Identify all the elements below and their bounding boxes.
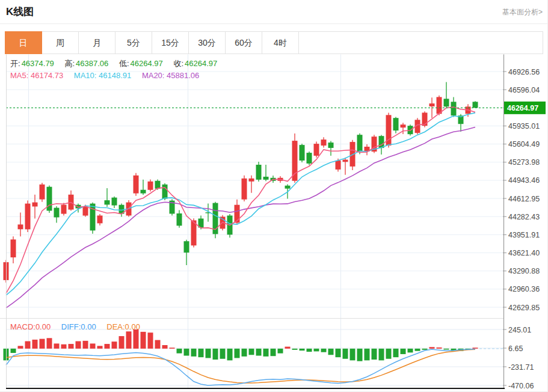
candle[interactable] — [314, 142, 319, 158]
macd-bar[interactable] — [415, 349, 420, 351]
candle[interactable] — [177, 210, 182, 228]
candle[interactable] — [365, 144, 370, 155]
candle[interactable] — [141, 180, 146, 195]
macd-bar[interactable] — [263, 349, 269, 357]
candle[interactable] — [11, 236, 16, 263]
candle[interactable] — [386, 112, 392, 147]
macd-bar[interactable] — [134, 329, 139, 349]
macd-bar[interactable] — [422, 349, 428, 350]
candle[interactable] — [227, 214, 233, 237]
candle[interactable] — [148, 179, 153, 191]
macd-bar[interactable] — [235, 349, 240, 358]
macd-bar[interactable] — [271, 349, 276, 356]
macd-bar[interactable] — [90, 343, 96, 348]
candle[interactable] — [343, 158, 348, 175]
macd-bar[interactable] — [227, 349, 233, 361]
macd-bar[interactable] — [336, 349, 341, 357]
macd-bar[interactable] — [473, 348, 478, 349]
candle[interactable] — [444, 82, 449, 108]
macd-bar[interactable] — [40, 339, 45, 349]
candle[interactable] — [328, 141, 334, 156]
candle[interactable] — [97, 214, 103, 225]
candle[interactable] — [54, 206, 60, 222]
macd-bar[interactable] — [249, 349, 254, 355]
macd-bar[interactable] — [112, 341, 117, 349]
macd-bar[interactable] — [429, 347, 435, 349]
candle[interactable] — [213, 202, 218, 239]
candle[interactable] — [18, 213, 23, 237]
candle[interactable] — [249, 176, 254, 193]
macd-bar[interactable] — [300, 349, 305, 351]
macd-bar[interactable] — [343, 349, 348, 359]
candle[interactable] — [393, 117, 399, 133]
y-axis-label: 45604.49 — [508, 140, 540, 149]
candle[interactable] — [321, 137, 327, 147]
candle[interactable] — [112, 197, 117, 208]
candle[interactable] — [40, 183, 45, 202]
candle[interactable] — [184, 240, 189, 265]
macd-bar[interactable] — [25, 341, 31, 349]
candle[interactable] — [69, 191, 74, 211]
macd-bar[interactable] — [328, 349, 334, 355]
candle[interactable] — [300, 144, 305, 162]
macd-bar[interactable] — [386, 349, 392, 359]
macd-bar[interactable] — [242, 349, 247, 357]
macd-bar[interactable] — [408, 349, 413, 353]
macd-bar[interactable] — [401, 349, 406, 354]
macd-bar[interactable] — [256, 349, 262, 356]
macd-bar[interactable] — [278, 349, 283, 354]
macd-bar[interactable] — [170, 348, 175, 349]
candle[interactable] — [372, 135, 377, 153]
macd-bar[interactable] — [76, 341, 81, 349]
macd-bar[interactable] — [97, 346, 103, 349]
candle[interactable] — [242, 176, 247, 201]
macd-bar[interactable] — [155, 340, 161, 349]
macd-bar[interactable] — [177, 349, 182, 354]
macd-bar[interactable] — [119, 336, 125, 349]
candle[interactable] — [256, 162, 262, 182]
macd-bar[interactable] — [126, 331, 132, 349]
macd-bar[interactable] — [220, 349, 226, 359]
macd-bar[interactable] — [141, 332, 146, 349]
macd-bar[interactable] — [18, 346, 23, 349]
macd-bar[interactable] — [32, 340, 38, 349]
macd-bar[interactable] — [307, 349, 312, 352]
macd-bar[interactable] — [365, 349, 370, 361]
macd-bar[interactable] — [379, 349, 384, 361]
macd-bar[interactable] — [148, 332, 153, 349]
candle[interactable] — [307, 152, 312, 165]
macd-bar[interactable] — [199, 349, 204, 357]
candle[interactable] — [61, 203, 67, 216]
macd-bar[interactable] — [61, 345, 67, 349]
macd-bar[interactable] — [357, 349, 363, 361]
ma10-readout: MA10: 46148.91 — [74, 71, 131, 80]
macd-bar[interactable] — [372, 349, 377, 360]
macd-bar[interactable] — [11, 349, 16, 353]
macd-bar[interactable] — [437, 348, 442, 349]
macd-bar[interactable] — [314, 349, 319, 352]
candle[interactable] — [473, 101, 478, 108]
macd-bar[interactable] — [393, 349, 399, 357]
macd-bar[interactable] — [213, 349, 218, 360]
macd-bar[interactable] — [162, 345, 168, 349]
macd-bar[interactable] — [184, 349, 189, 356]
candle[interactable] — [134, 173, 139, 196]
macd-bar[interactable] — [321, 349, 327, 352]
macd-bar[interactable] — [206, 349, 211, 358]
macd-bar[interactable] — [69, 344, 74, 349]
macd-bar[interactable] — [444, 349, 449, 350]
candle[interactable] — [263, 165, 269, 181]
candle[interactable] — [25, 201, 31, 233]
candle[interactable] — [170, 199, 175, 215]
candle[interactable] — [47, 185, 52, 213]
candle[interactable] — [199, 216, 204, 230]
macd-bar[interactable] — [54, 343, 60, 348]
macd-bar[interactable] — [191, 349, 197, 357]
macd-bar[interactable] — [83, 341, 88, 349]
candle[interactable] — [105, 188, 110, 207]
macd-bar[interactable] — [350, 349, 356, 361]
macd-bar[interactable] — [105, 344, 110, 349]
macd-bar[interactable] — [292, 349, 298, 350]
macd-bar[interactable] — [285, 347, 291, 349]
macd-bar[interactable] — [47, 338, 52, 349]
